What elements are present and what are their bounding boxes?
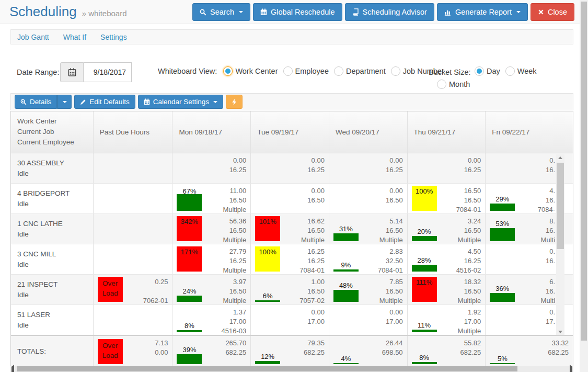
- workcenter-cell[interactable]: 21 INSPECTIdle: [11, 275, 94, 305]
- day-cell[interactable]: 6%1.0016.507057-02: [251, 275, 329, 305]
- day-cell[interactable]: 0.0016.25: [408, 153, 486, 183]
- day-cell[interactable]: 11%1.9217.00Multiple: [408, 305, 486, 335]
- generate-report-button[interactable]: Generate Report: [437, 3, 528, 21]
- scrollbar-thumb[interactable]: [557, 163, 564, 249]
- workcenter-cell[interactable]: 3 CNC MILLIdle: [11, 244, 94, 274]
- table-row: 30 ASSEMBLYIdle0.0016.250.0016.250.0016.…: [11, 153, 573, 184]
- workcenter-cell[interactable]: 30 ASSEMBLYIdle: [11, 153, 94, 183]
- pastdue-cell[interactable]: OverLoad0.25 7062-01: [94, 275, 173, 305]
- cell-values: 79.35682.25: [251, 339, 329, 357]
- tab-job-gantt[interactable]: Job Gantt: [17, 33, 49, 41]
- cell-values: 16.5016.507084-01: [408, 186, 486, 215]
- radio-selected-icon: [475, 66, 484, 76]
- scheduling-advisor-button[interactable]: Scheduling Advisor: [345, 3, 434, 21]
- cell-values: 11.0016.50Multiple: [172, 186, 250, 215]
- page-vertical-scrollbar[interactable]: [580, 0, 588, 372]
- day-cell[interactable]: 0.0016.25: [172, 153, 251, 183]
- day-cell[interactable]: 342%56.3616.50Multiple: [172, 214, 251, 244]
- day-cell[interactable]: 5%33.32682.25: [486, 336, 573, 367]
- scroll-up-arrow[interactable]: [556, 154, 564, 161]
- scrollbar-thumb[interactable]: [581, 2, 587, 341]
- table-vertical-scrollbar[interactable]: [556, 154, 564, 335]
- radio-employee[interactable]: Employee: [283, 66, 329, 76]
- pastdue-cell[interactable]: [94, 214, 173, 244]
- scroll-left-arrow[interactable]: [11, 367, 14, 372]
- day-cell[interactable]: 39%265.70682.25: [172, 336, 251, 367]
- cell-values: 0.0017.00: [329, 308, 407, 326]
- day-cell[interactable]: 171%27.7916.25Multiple: [172, 244, 251, 274]
- cell-values: 18.3216.50Multiple: [408, 277, 486, 306]
- cell-value-line: 7062-01: [94, 296, 168, 306]
- whiteboard-view-group: Whiteboard View: Work Center Employee De…: [158, 66, 449, 76]
- radio-month[interactable]: Month: [437, 80, 470, 89]
- pastdue-cell[interactable]: [94, 153, 173, 183]
- horizontal-scrollbar[interactable]: [10, 366, 573, 372]
- cell-values: 3.9716.50Multiple: [172, 277, 250, 306]
- calendar-settings-label: Calendar Settings: [153, 98, 209, 106]
- day-cell[interactable]: 9%2.8332.507084-01: [329, 244, 408, 274]
- scroll-right-arrow[interactable]: [570, 367, 572, 372]
- day-cell[interactable]: 24%3.9716.50Multiple: [172, 275, 251, 305]
- date-range-input[interactable]: [84, 62, 132, 82]
- radio-department[interactable]: Department: [334, 66, 386, 76]
- date-picker-button[interactable]: [60, 62, 84, 82]
- search-button[interactable]: Search: [192, 3, 250, 21]
- day-cell[interactable]: 0.0016.25: [329, 153, 408, 183]
- pastdue-cell[interactable]: [94, 244, 173, 274]
- cell-value-line: 16.50: [251, 226, 325, 235]
- day-cell[interactable]: 4%26.44698.50: [329, 336, 408, 367]
- cell-values: 0.0016.25: [408, 156, 486, 175]
- scroll-down-arrow[interactable]: [556, 329, 564, 335]
- pastdue-cell[interactable]: [94, 184, 173, 213]
- load-badge-fill: [255, 361, 280, 364]
- workcenter-cell[interactable]: 4 BRIDGEPORTIdle: [11, 184, 94, 213]
- edit-defaults-button[interactable]: Edit Defaults: [74, 95, 135, 109]
- global-reschedule-label: Global Reschedule: [271, 8, 335, 16]
- details-dropdown-button[interactable]: [57, 95, 72, 109]
- cell-value-line: 7084-: [486, 205, 555, 215]
- tab-what-if[interactable]: What If: [63, 33, 86, 41]
- totals-pastdue-cell[interactable]: OverLoad7.130.00: [94, 336, 173, 367]
- day-cell[interactable]: 0.0017.00: [329, 305, 408, 335]
- day-cell[interactable]: 8%1.3717.004516-03: [172, 305, 251, 335]
- close-button[interactable]: Close: [531, 3, 574, 21]
- cell-values: 0.0016.50: [251, 186, 329, 205]
- day-cell[interactable]: 101%16.6216.50Multiple: [251, 214, 329, 244]
- workcenter-cell[interactable]: 1 CNC LATHEIdle: [11, 214, 94, 244]
- cell-values: 1.0016.507057-02: [251, 277, 329, 306]
- cell-value-line: 27.79: [172, 247, 246, 256]
- day-cell[interactable]: 67%11.0016.50Multiple: [172, 184, 251, 213]
- column-header-pastdue: Past Due Hours: [94, 111, 173, 153]
- day-cell[interactable]: 0.0017.00: [251, 305, 329, 335]
- day-cell[interactable]: 12%79.35682.25: [251, 336, 329, 367]
- day-cell[interactable]: 111%18.3216.50Multiple: [408, 275, 486, 305]
- whiteboard-table: Work Center Current Job Current Employee…: [10, 111, 573, 367]
- day-cell[interactable]: 100%16.2516.257084-01: [251, 244, 329, 274]
- day-cell[interactable]: 0.0016.50: [329, 184, 408, 213]
- radio-day[interactable]: Day: [475, 66, 500, 76]
- day-cell[interactable]: 0.0016.50: [251, 184, 329, 213]
- cell-value-line: 265.70: [172, 339, 246, 348]
- cell-value-line: 7084-01: [251, 266, 325, 275]
- day-cell[interactable]: 48%7.8516.50Multiple: [329, 275, 408, 305]
- workcenter-cell[interactable]: 51 LASERIdle: [11, 305, 94, 335]
- cell-value-line: 4516-02: [408, 266, 481, 275]
- details-button[interactable]: Details: [15, 95, 57, 109]
- radio-week[interactable]: Week: [505, 66, 537, 76]
- pastdue-cell[interactable]: [94, 305, 173, 335]
- day-cell[interactable]: 0.0016.25: [251, 153, 329, 183]
- quick-action-button[interactable]: [226, 95, 243, 109]
- radio-work-center[interactable]: Work Center: [223, 66, 278, 76]
- day-cell[interactable]: 28%4.5016.254516-02: [408, 244, 486, 274]
- day-cell[interactable]: 31%5.1416.50Multiple: [329, 214, 408, 244]
- tab-settings[interactable]: Settings: [100, 33, 127, 41]
- cell-values: 0.25 7062-01: [94, 277, 172, 306]
- day-cell[interactable]: 100%16.5016.507084-01: [408, 184, 486, 213]
- cell-value-line: Multi: [486, 296, 555, 306]
- day-cell[interactable]: 20%3.2416.50Multiple: [408, 214, 486, 244]
- calendar-settings-button[interactable]: Calendar Settings: [138, 95, 223, 109]
- global-reschedule-button[interactable]: Global Reschedule: [253, 3, 342, 21]
- scrollbar-thumb[interactable]: [17, 366, 517, 371]
- cell-value-line: 16.50: [408, 196, 481, 205]
- day-cell[interactable]: 8%55.82682.25: [408, 336, 486, 367]
